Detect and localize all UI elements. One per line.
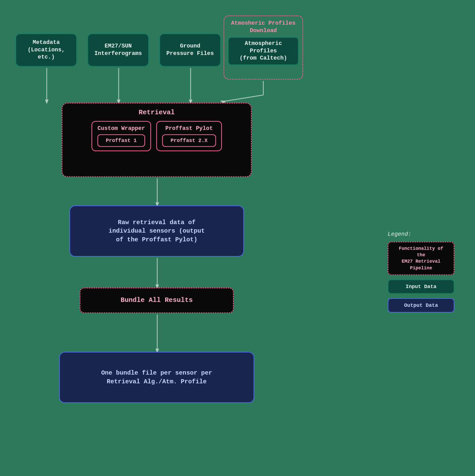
atm-profiles-label: Atmospheric Profiles(from Caltech) [233,40,294,62]
bundle-file-label: One bundle file per sensor perRetrieval … [101,369,212,386]
retrieval-title: Retrieval [68,109,246,116]
legend-output-box: Output Data [388,298,454,313]
raw-retrieval-label: Raw retrieval data ofindividual sensors … [109,218,205,244]
atm-download-title: Atmosheric ProfilesDownload [228,20,299,34]
proffast-pylot-box: Proffast Pylot Proffast 2.X [156,121,222,151]
bundle-all-label: Bundle All Results [121,296,193,305]
em27-box: EM27/SUNInterferograms [87,33,149,67]
atm-download-outer: Atmosheric ProfilesDownload Atmospheric … [223,15,303,80]
legend-pipeline-box: Functionality of theEM27 Retrieval Pipel… [388,242,454,275]
em27-label: EM27/SUNInterferograms [95,43,142,57]
ground-pressure-label: GroundPressure Files [166,43,214,57]
legend-title: Legend: [388,231,454,237]
retrieval-box: Retrieval Custom Wrapper Proffast 1 Prof… [62,103,252,177]
proffast-pylot-title: Proffast Pylot [165,125,213,132]
custom-wrapper-box: Custom Wrapper Proffast 1 [91,121,151,151]
metadata-label: Metadata (Locations, etc.) [20,39,72,61]
atm-profiles-inner-box: Atmospheric Profiles(from Caltech) [228,37,299,65]
proffast1-box: Proffast 1 [97,134,145,147]
bundle-file-box: One bundle file per sensor perRetrieval … [59,352,254,403]
svg-marker-1 [45,100,49,104]
svg-line-7 [223,95,263,101]
legend-container: Legend: Functionality of theEM27 Retriev… [388,231,454,313]
raw-retrieval-box: Raw retrieval data ofindividual sensors … [69,205,244,257]
legend-input-box: Input Data [388,279,454,294]
custom-wrapper-title: Custom Wrapper [98,125,145,132]
ground-pressure-box: GroundPressure Files [159,33,221,67]
diagram-container: Metadata (Locations, etc.) EM27/SUNInter… [0,0,475,476]
retrieval-inner-row: Custom Wrapper Proffast 1 Proffast Pylot… [68,121,246,151]
metadata-box: Metadata (Locations, etc.) [15,33,77,67]
bundle-all-box: Bundle All Results [80,288,234,313]
proffast2x-box: Proffast 2.X [162,134,216,147]
